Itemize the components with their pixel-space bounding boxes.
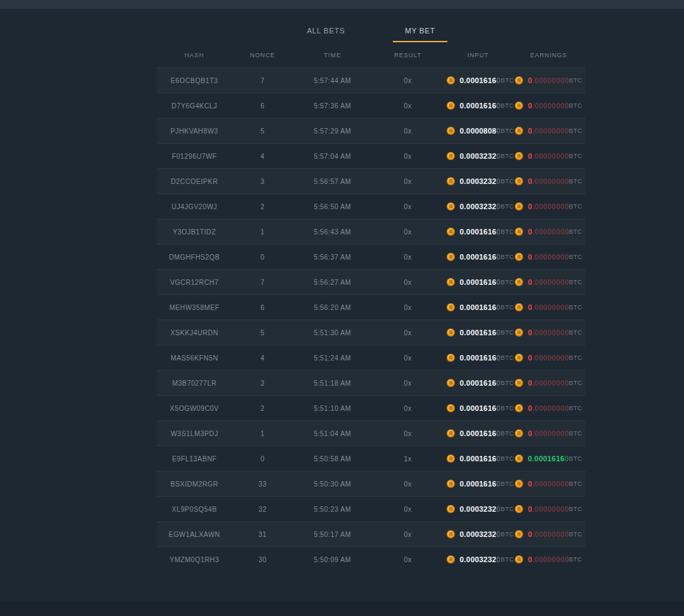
bet-hash[interactable]: DMGHFHS2QB: [157, 253, 232, 261]
bet-input-amount: 0.00016160: [460, 480, 501, 488]
bet-nonce: 5: [232, 127, 293, 135]
btc-coin-icon: [447, 152, 455, 160]
bet-earnings: 0.00000000 BTC: [512, 127, 585, 135]
bet-hash[interactable]: F01296U7WF: [157, 153, 232, 160]
currency-label: BTC: [569, 153, 582, 159]
btc-coin-icon: [447, 76, 455, 84]
bet-hash[interactable]: MAS56KFN5N: [157, 354, 232, 362]
bet-input-amount: 0.00016160: [460, 455, 501, 463]
bet-input: 0.00016160 BTC: [444, 253, 512, 261]
btc-coin-icon: [515, 76, 523, 84]
bet-table-row: DMGHFHS2QB 0 5:56:37 AM 0x 0.00016160 BT…: [157, 244, 585, 269]
bet-time: 5:50:58 AM: [293, 455, 372, 463]
column-header-hash: HASH: [157, 52, 232, 59]
bet-nonce: 6: [232, 102, 293, 110]
btc-coin-icon: [515, 328, 523, 337]
bet-hash[interactable]: W3S1LM3PDJ: [157, 430, 232, 437]
bet-input-amount: 0.00032320: [460, 555, 501, 564]
bet-result: 0x: [372, 480, 444, 488]
btc-coin-icon: [447, 354, 455, 362]
bet-nonce: 5: [232, 329, 293, 337]
bet-earnings: 0.00000000 BTC: [512, 404, 585, 412]
bet-time: 5:57:44 AM: [293, 77, 372, 84]
bet-nonce: 2: [232, 203, 293, 211]
btc-coin-icon: [515, 429, 523, 437]
bet-hash[interactable]: MEHW358MEF: [157, 304, 232, 311]
bet-result: 0x: [372, 304, 444, 311]
bet-hash[interactable]: E6OCBQB1T3: [157, 77, 232, 84]
bet-hash[interactable]: YMZM0Q1RH3: [157, 556, 232, 564]
btc-coin-icon: [515, 278, 523, 286]
bet-earnings-amount: 0.00000000: [528, 480, 569, 488]
bet-input-amount: 0.00016160: [460, 253, 501, 261]
btc-coin-icon: [515, 152, 523, 160]
btc-coin-icon: [447, 228, 455, 236]
bet-earnings-amount: 0.00000000: [528, 555, 569, 564]
bet-hash[interactable]: E9FL13ABNF: [157, 455, 232, 463]
bet-input-amount: 0.00016160: [460, 404, 501, 412]
bet-earnings-amount: 0.00016160: [528, 455, 569, 463]
bet-hash[interactable]: UJ4JGV20WJ: [157, 203, 232, 211]
tab-all-bets[interactable]: ALL BETS: [295, 22, 357, 42]
currency-label: BTC: [569, 430, 582, 437]
bet-table-row: E6OCBQB1T3 7 5:57:44 AM 0x 0.00016160 BT…: [157, 67, 585, 93]
btc-coin-icon: [447, 303, 455, 311]
bet-hash[interactable]: M3B70277LR: [157, 380, 232, 387]
currency-label: BTC: [569, 178, 582, 185]
bet-input-amount: 0.00032320: [460, 177, 501, 185]
bet-input-amount: 0.00016160: [460, 76, 501, 84]
bet-table-row: XL9P0SQ54B 32 5:50:23 AM 0x 0.00032320 B…: [157, 496, 585, 521]
bet-input: 0.00016160 BTC: [444, 379, 512, 387]
bet-input-amount: 0.00032320: [460, 152, 501, 160]
bet-input: 0.00016160 BTC: [444, 76, 512, 84]
bet-nonce: 2: [232, 405, 293, 412]
bet-result: 0x: [372, 279, 444, 286]
bet-hash[interactable]: EGW1ALXAWN: [157, 531, 232, 538]
bet-earnings: 0.00000000 BTC: [512, 429, 585, 437]
bet-input-amount: 0.00008080: [460, 127, 501, 135]
bet-hash[interactable]: Y3OJB1TIDZ: [157, 228, 232, 236]
bet-earnings-amount: 0.00000000: [528, 379, 569, 387]
bet-input: 0.00032320 BTC: [444, 530, 512, 538]
btc-coin-icon: [515, 480, 523, 488]
bet-hash[interactable]: XSKKJ4URDN: [157, 329, 232, 337]
bet-hash[interactable]: PJHKVAH8W3: [157, 127, 232, 135]
bet-time: 5:51:10 AM: [293, 405, 372, 412]
tab-my-bet[interactable]: MY BET: [393, 22, 447, 42]
bet-nonce: 6: [232, 304, 293, 311]
currency-label: BTC: [569, 253, 582, 260]
currency-label: BTC: [569, 279, 582, 286]
bet-earnings-amount: 0.00000000: [528, 127, 569, 135]
bet-earnings: 0.00000000 BTC: [512, 328, 585, 337]
bet-hash[interactable]: X5OGW09C0V: [157, 405, 232, 412]
bet-earnings: 0.00016160 BTC: [512, 455, 585, 463]
bet-input-amount: 0.00016160: [460, 228, 501, 236]
bet-result: 0x: [372, 153, 444, 160]
bet-earnings: 0.00000000 BTC: [512, 177, 585, 185]
bet-table-row: MAS56KFN5N 4 5:51:24 AM 0x 0.00016160 BT…: [157, 345, 585, 370]
bet-time: 5:56:50 AM: [293, 203, 372, 211]
bet-earnings-amount: 0.00000000: [528, 505, 569, 513]
bet-nonce: 4: [232, 354, 293, 362]
bet-result: 0x: [372, 329, 444, 337]
currency-label: BTC: [569, 228, 582, 235]
bet-input: 0.00008080 BTC: [444, 127, 512, 135]
bet-table-row: VGCR12RCH7 7 5:56:27 AM 0x 0.00016160 BT…: [157, 269, 585, 294]
bet-hash[interactable]: D2CCOEIPKR: [157, 178, 232, 185]
bet-hash[interactable]: D7Y6G4KCLJ: [157, 102, 232, 110]
bet-table-row: XSKKJ4URDN 5 5:51:30 AM 0x 0.00016160 BT…: [157, 320, 585, 345]
bet-input-amount: 0.00016160: [460, 102, 501, 110]
bet-hash[interactable]: XL9P0SQ54B: [157, 506, 232, 513]
bet-input: 0.00016160 BTC: [444, 278, 512, 286]
bet-table-row: F01296U7WF 4 5:57:04 AM 0x 0.00032320 BT…: [157, 143, 585, 168]
btc-coin-icon: [515, 530, 523, 538]
currency-label: BTC: [569, 354, 582, 361]
currency-label: BTC: [569, 102, 582, 109]
bet-nonce: 3: [232, 178, 293, 185]
bet-nonce: 4: [232, 153, 293, 160]
bet-time: 5:50:09 AM: [293, 556, 372, 564]
bet-hash[interactable]: VGCR12RCH7: [157, 279, 232, 286]
bet-earnings-amount: 0.00000000: [528, 303, 569, 311]
bet-hash[interactable]: BSXIDM2RGR: [157, 480, 232, 488]
bet-earnings: 0.00000000 BTC: [512, 278, 585, 286]
